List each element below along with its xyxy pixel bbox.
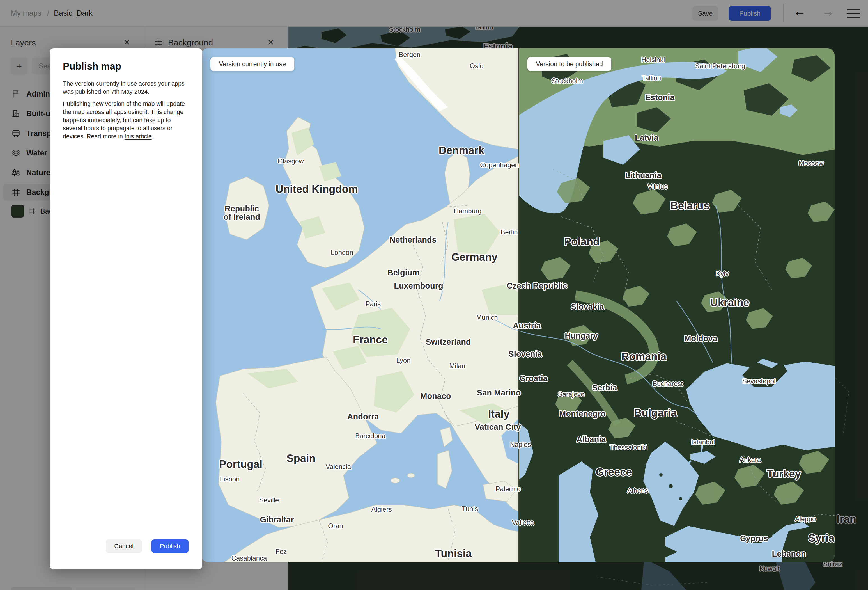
this-article-link[interactable]: this article	[125, 133, 152, 140]
comparison-divider[interactable]	[518, 48, 519, 562]
dialog-title: Publish map	[63, 61, 121, 72]
dialog-paragraph-2: Publishing new version of the map will u…	[63, 100, 189, 140]
cancel-button[interactable]: Cancel	[106, 540, 142, 553]
map-version-current[interactable]	[201, 48, 518, 562]
app-window: My maps / Basic_Dark Save Publish ← → La…	[0, 0, 868, 590]
version-comparison-view: BergenOsloGlasgowUnited KingdomRepublic …	[201, 48, 835, 562]
dialog-publish-button[interactable]: Publish	[152, 540, 189, 553]
map-version-new[interactable]	[519, 48, 835, 562]
new-version-chip: Version to be published	[527, 57, 611, 71]
dialog-paragraph-1: The version currently in use across your…	[63, 80, 189, 96]
publish-map-dialog: Publish map The version currently in use…	[50, 48, 202, 569]
current-version-chip: Version currently in use	[210, 57, 294, 71]
